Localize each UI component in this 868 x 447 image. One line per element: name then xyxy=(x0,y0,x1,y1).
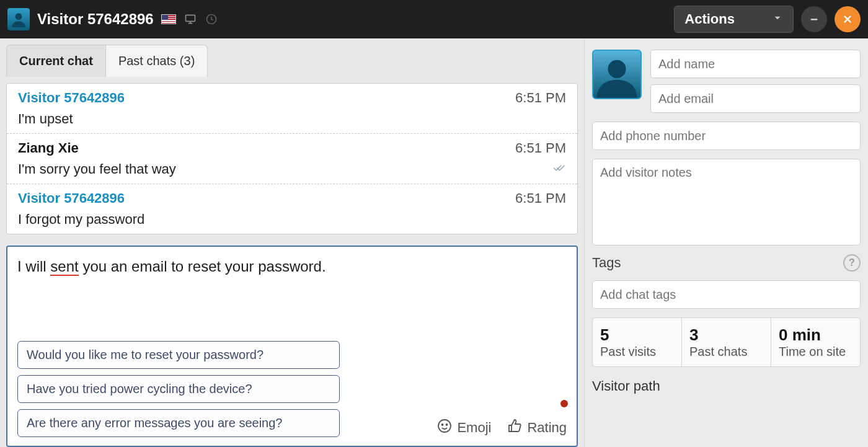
svg-rect-3 xyxy=(811,19,818,20)
suggestion-button[interactable]: Have you tried power cycling the device? xyxy=(17,375,340,403)
message-sender: Visitor 57642896 xyxy=(18,90,125,106)
message-time: 6:51 PM xyxy=(515,190,566,206)
actions-dropdown[interactable]: Actions xyxy=(674,6,794,33)
svg-point-0 xyxy=(16,13,22,20)
svg-rect-1 xyxy=(185,15,195,21)
reply-suggestions: Would you like me to reset your password… xyxy=(17,341,340,437)
read-receipt-icon xyxy=(551,162,566,177)
us-flag-icon xyxy=(161,14,176,24)
email-input[interactable] xyxy=(650,84,861,113)
message-sender: Ziang Xie xyxy=(18,140,79,156)
message-time: 6:51 PM xyxy=(515,90,566,106)
visitor-notes-input[interactable] xyxy=(592,159,861,246)
chevron-down-icon xyxy=(772,11,783,27)
chat-tabs: Current chat Past chats (3) xyxy=(6,45,578,77)
visitor-sidebar: Tags ? 5 Past visits 3 Past chats 0 min … xyxy=(584,38,868,447)
message-body: I'm upset xyxy=(18,111,73,127)
window-header: Visitor 57642896 Actions xyxy=(0,0,868,38)
phone-input[interactable] xyxy=(592,122,861,150)
desktop-icon xyxy=(184,12,197,26)
suggestion-button[interactable]: Would you like me to reset your password… xyxy=(17,341,340,369)
chat-main: Current chat Past chats (3) Visitor 5764… xyxy=(0,38,584,447)
stat-time-on-site: 0 min Time on site xyxy=(771,318,860,366)
status-indicator-icon xyxy=(560,400,568,407)
chat-transcript: Visitor 57642896 6:51 PM I'm upset Ziang… xyxy=(6,83,578,234)
message-sender: Visitor 57642896 xyxy=(18,190,125,206)
svg-point-7 xyxy=(608,60,626,78)
visitor-path-label: Visitor path xyxy=(592,376,861,394)
chat-message: Visitor 57642896 6:51 PM I'm upset xyxy=(7,84,577,134)
close-button[interactable] xyxy=(835,6,861,32)
chat-tags-input[interactable] xyxy=(592,280,861,309)
compose-panel: I will sent you an email to reset your p… xyxy=(6,246,578,447)
svg-point-5 xyxy=(442,424,443,425)
message-body: I'm sorry you feel that way xyxy=(18,161,176,177)
message-time: 6:51 PM xyxy=(515,140,566,156)
refresh-icon xyxy=(205,12,218,26)
suggestion-button[interactable]: Are there any error messages you are see… xyxy=(17,409,340,437)
tab-past-chats[interactable]: Past chats (3) xyxy=(106,45,208,77)
svg-point-6 xyxy=(446,424,448,425)
spellcheck-error: sent xyxy=(50,258,78,276)
stat-past-visits: 5 Past visits xyxy=(593,318,682,366)
tab-current-chat[interactable]: Current chat xyxy=(6,45,106,77)
help-icon[interactable]: ? xyxy=(843,254,861,272)
thumbs-up-icon xyxy=(507,418,522,437)
visitor-avatar-large xyxy=(592,50,642,99)
stat-past-chats: 3 Past chats xyxy=(682,318,771,366)
tags-label: Tags xyxy=(592,255,621,271)
message-body: I forgot my password xyxy=(18,211,144,228)
page-title: Visitor 57642896 xyxy=(37,11,154,28)
visitor-avatar-small xyxy=(7,8,30,30)
chat-message: Ziang Xie 6:51 PM I'm sorry you feel tha… xyxy=(7,134,577,184)
rating-button[interactable]: Rating xyxy=(507,418,567,437)
emoji-icon xyxy=(437,418,452,437)
chat-message: Visitor 57642896 6:51 PM I forgot my pas… xyxy=(7,184,577,234)
compose-input[interactable]: I will sent you an email to reset your p… xyxy=(17,255,567,299)
minimize-button[interactable] xyxy=(801,6,827,32)
emoji-button[interactable]: Emoji xyxy=(437,418,491,437)
actions-label: Actions xyxy=(684,11,735,27)
visitor-stats: 5 Past visits 3 Past chats 0 min Time on… xyxy=(592,317,861,367)
name-input[interactable] xyxy=(650,50,861,78)
svg-point-4 xyxy=(438,420,451,432)
